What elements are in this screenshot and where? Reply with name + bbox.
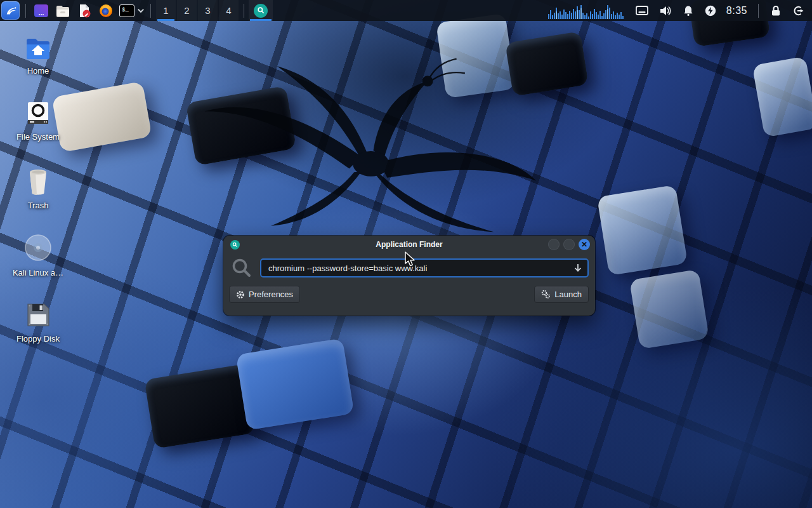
workspace-1-label: 1 bbox=[163, 5, 168, 16]
kali-menu-icon bbox=[4, 4, 18, 18]
desktop-icon-kali-linux-cd[interactable]: Kali Linux a… bbox=[3, 231, 73, 277]
lock-icon[interactable] bbox=[769, 4, 782, 17]
desktop-icon-floppy-disk[interactable]: Floppy Disk bbox=[3, 300, 73, 344]
panel-clock[interactable]: 8:35 bbox=[726, 5, 747, 17]
panel-separator bbox=[25, 4, 26, 18]
preferences-button[interactable]: Preferences bbox=[229, 286, 300, 303]
firefox-icon bbox=[98, 3, 114, 18]
workspace-4[interactable]: 4 bbox=[219, 0, 239, 21]
touchpad-icon[interactable] bbox=[635, 4, 649, 17]
search-input[interactable] bbox=[260, 258, 589, 277]
preferences-label: Preferences bbox=[249, 290, 293, 299]
window-title: Application Finder bbox=[223, 240, 595, 249]
hard-drive-icon bbox=[23, 99, 53, 128]
terminal-icon: $_ bbox=[119, 4, 134, 17]
gear-icon bbox=[236, 290, 245, 299]
mouse-cursor bbox=[404, 251, 417, 268]
panel-right-section: 8:35 bbox=[548, 0, 812, 21]
terminal-dropdown-chevron-icon[interactable] bbox=[137, 7, 145, 15]
workspace-2[interactable]: 2 bbox=[177, 0, 197, 21]
launcher-app-grid[interactable] bbox=[33, 3, 49, 19]
file-manager-icon bbox=[55, 3, 70, 18]
wallpaper-cube bbox=[752, 56, 812, 137]
workspace-3-label: 3 bbox=[205, 5, 210, 16]
wallpaper-cube bbox=[236, 338, 355, 430]
search-icon bbox=[231, 257, 252, 279]
cpu-graph[interactable] bbox=[548, 3, 625, 19]
desktop-icon-label: Home bbox=[27, 66, 49, 76]
maximize-button[interactable] bbox=[563, 239, 575, 250]
run-gears-icon bbox=[541, 290, 551, 299]
log-out-icon[interactable] bbox=[792, 4, 804, 17]
workspace-4-label: 4 bbox=[226, 5, 231, 16]
wallpaper-cube bbox=[597, 185, 688, 276]
wallpaper-cube bbox=[629, 269, 709, 349]
workspace-3[interactable]: 3 bbox=[198, 0, 218, 21]
launcher-firefox[interactable] bbox=[98, 3, 114, 19]
volume-icon[interactable] bbox=[658, 4, 672, 17]
kali-dragon-silhouette bbox=[159, 54, 552, 235]
desktop-icon-label: Kali Linux a… bbox=[13, 268, 63, 277]
workspace-2-label: 2 bbox=[184, 5, 189, 16]
power-manager-icon[interactable] bbox=[704, 4, 717, 17]
panel-left-section: $_ 1 2 3 4 bbox=[0, 0, 273, 21]
top-panel: $_ 1 2 3 4 bbox=[0, 0, 812, 21]
search-field-wrapper bbox=[260, 258, 589, 277]
text-editor-icon bbox=[77, 3, 92, 18]
launch-button[interactable]: Launch bbox=[534, 286, 589, 303]
panel-separator bbox=[150, 4, 151, 18]
titlebar[interactable]: Application Finder ✕ bbox=[223, 236, 595, 253]
panel-separator bbox=[758, 4, 759, 18]
launch-label: Launch bbox=[554, 290, 582, 299]
desktop-icon-trash[interactable]: Trash bbox=[3, 165, 73, 210]
taskbar-application-finder-button[interactable] bbox=[249, 0, 273, 21]
desktop-icon-label: Trash bbox=[28, 201, 49, 210]
optical-disc-icon bbox=[22, 231, 55, 264]
notifications-bell-icon[interactable] bbox=[682, 4, 695, 17]
trash-can-icon bbox=[23, 165, 53, 197]
finder-actions: Preferences Launch bbox=[223, 279, 595, 303]
home-folder-icon bbox=[23, 34, 53, 62]
desktop-icon-file-system[interactable]: File System bbox=[3, 99, 73, 142]
desktop-icon-label: Floppy Disk bbox=[16, 334, 60, 344]
window-controls: ✕ bbox=[548, 239, 590, 250]
application-finder-window: Application Finder ✕ Preferences bbox=[223, 236, 595, 316]
desktop-icon-label: File System bbox=[16, 132, 60, 142]
kali-menu-button[interactable] bbox=[1, 1, 20, 20]
application-finder-task-icon bbox=[254, 4, 268, 18]
launcher-file-manager[interactable] bbox=[55, 3, 71, 19]
dropdown-arrow-icon[interactable] bbox=[573, 263, 583, 273]
panel-separator bbox=[244, 4, 244, 18]
minimize-button[interactable] bbox=[548, 239, 560, 250]
close-button[interactable]: ✕ bbox=[579, 239, 590, 250]
launcher-text-editor[interactable] bbox=[76, 3, 93, 19]
app-grid-icon bbox=[34, 3, 49, 18]
desktop-icon-home[interactable]: Home bbox=[3, 34, 73, 76]
launcher-terminal[interactable]: $_ bbox=[119, 3, 134, 19]
floppy-disk-icon bbox=[23, 300, 53, 330]
workspace-1[interactable]: 1 bbox=[156, 0, 176, 21]
